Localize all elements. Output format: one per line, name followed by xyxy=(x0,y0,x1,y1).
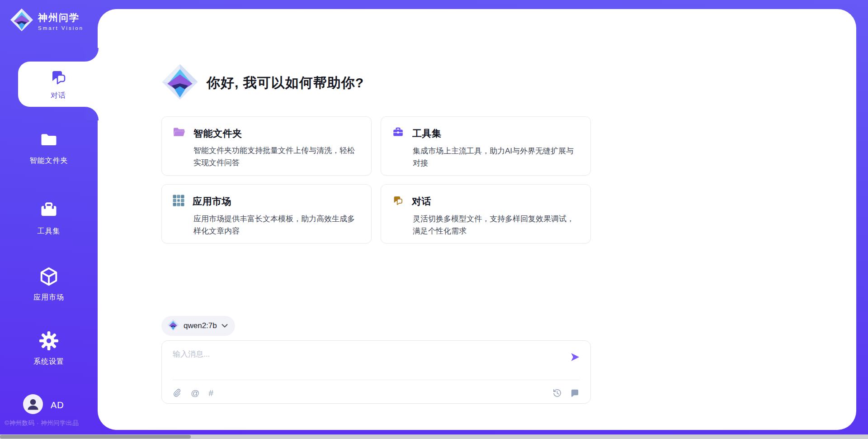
message-composer: @ # xyxy=(161,340,591,404)
card-chat[interactable]: 对话 灵活切换多模型文件，支持多样回复效果调试，满足个性化需求 xyxy=(381,184,591,243)
gem-diamond-icon xyxy=(167,319,179,333)
tab-fillet-top xyxy=(85,48,99,62)
gem-diamond-icon xyxy=(10,8,33,33)
cube-icon xyxy=(38,266,59,289)
chat-bubbles-icon xyxy=(392,195,404,208)
user-name: AD xyxy=(51,400,64,410)
sidebar-item-label: 智能文件夹 xyxy=(30,156,68,166)
gem-diamond-icon xyxy=(161,63,198,102)
history-icon[interactable] xyxy=(552,388,562,398)
greeting-title: 你好, 我可以如何帮助你? xyxy=(207,74,364,92)
sidebar-item-app-market[interactable]: 应用市场 xyxy=(4,266,94,302)
message-input[interactable] xyxy=(173,349,561,376)
feedback-bubble-icon[interactable] xyxy=(570,388,580,398)
briefcase-icon xyxy=(39,201,59,223)
app-window: 神州问学 Smart Vision 对话 智能文件夹 xyxy=(0,0,868,439)
card-title: 对话 xyxy=(412,195,431,208)
hash-icon[interactable]: # xyxy=(208,389,213,397)
folder-icon xyxy=(39,130,59,152)
chat-bubbles-icon xyxy=(49,68,67,88)
card-toolset[interactable]: 工具集 集成市场上主流工具，助力AI与外界无缝扩展与对接 xyxy=(381,116,591,176)
greeting-block: 你好, 我可以如何帮助你? xyxy=(161,63,364,102)
card-app-market[interactable]: 应用市场 应用市场提供丰富长文本模板，助力高效生成多样化文章内容 xyxy=(161,184,372,243)
model-name: qwen2:7b xyxy=(184,321,217,330)
scrollbar-thumb[interactable] xyxy=(0,435,191,439)
tab-fillet-bottom xyxy=(85,107,99,120)
brand-logo: 神州问学 Smart Vision xyxy=(10,8,84,33)
user-account[interactable]: AD xyxy=(23,394,64,416)
card-smart-folder[interactable]: 智能文件夹 智能文件夹功能支持批量文件上传与清洗，轻松实现文件问答 xyxy=(161,116,372,176)
briefcase-icon xyxy=(392,127,404,140)
avatar xyxy=(23,394,43,416)
card-description: 应用市场提供丰富长文本模板，助力高效生成多样化文章内容 xyxy=(193,213,360,237)
composer-divider xyxy=(173,380,580,380)
chat-home-content: 你好, 我可以如何帮助你? 智能文件夹 智能文件夹功能支持批量文件上传与清洗，轻… xyxy=(161,0,591,439)
grid-tiles-icon xyxy=(173,195,184,208)
sidebar-item-label: 工具集 xyxy=(38,227,61,236)
card-description: 灵活切换多模型文件，支持多样回复效果调试，满足个性化需求 xyxy=(413,213,580,237)
card-title: 应用市场 xyxy=(193,195,231,208)
feature-cards: 智能文件夹 智能文件夹功能支持批量文件上传与清洗，轻松实现文件问答 工具集 xyxy=(161,116,591,243)
chevron-down-icon xyxy=(222,322,228,330)
sidebar-item-label: 系统设置 xyxy=(33,357,64,367)
mention-icon[interactable]: @ xyxy=(191,389,199,397)
card-title: 工具集 xyxy=(412,127,442,140)
card-title: 智能文件夹 xyxy=(193,127,242,140)
gear-icon xyxy=(38,330,59,353)
send-icon[interactable] xyxy=(570,352,580,363)
card-description: 智能文件夹功能支持批量文件上传与清洗，轻松实现文件问答 xyxy=(193,144,360,169)
sidebar-item-settings[interactable]: 系统设置 xyxy=(4,330,94,367)
card-description: 集成市场上主流工具，助力AI与外界无缝扩展与对接 xyxy=(413,145,580,169)
brand-subtitle: Smart Vision xyxy=(38,25,84,31)
sidebar-item-chat[interactable]: 对话 xyxy=(18,62,99,107)
attachment-icon[interactable] xyxy=(173,388,182,397)
brand-name: 神州问学 xyxy=(38,11,84,24)
composer-toolbar: @ # xyxy=(173,385,580,401)
sidebar-item-smart-folder[interactable]: 智能文件夹 xyxy=(4,130,94,166)
sidebar-item-toolset[interactable]: 工具集 xyxy=(4,201,94,236)
sidebar-item-label: 应用市场 xyxy=(33,293,64,302)
sidebar-footer: ©神州数码 · 神州问学出品 xyxy=(5,419,104,427)
sidebar-item-label: 对话 xyxy=(51,91,66,100)
model-selector[interactable]: qwen2:7b xyxy=(161,316,235,336)
horizontal-scrollbar[interactable] xyxy=(0,434,868,439)
folder-open-icon xyxy=(173,127,185,140)
